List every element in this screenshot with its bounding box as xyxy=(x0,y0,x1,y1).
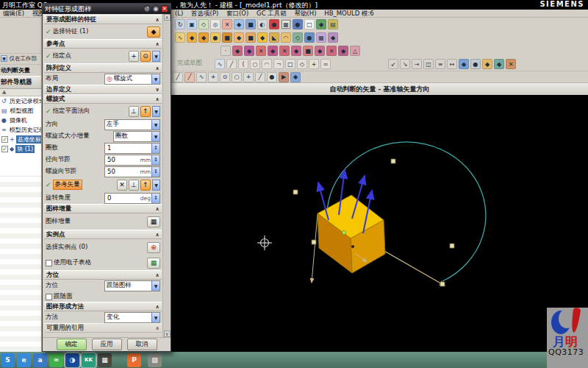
pattern-feature-icon[interactable]: ▦ xyxy=(281,19,291,29)
trim-icon[interactable]: ↙ xyxy=(388,59,398,69)
gold-tool-icon[interactable]: ◆ xyxy=(482,59,492,69)
vector-dialog-button[interactable]: ↑ xyxy=(140,106,151,117)
collapse-chevron-icon[interactable]: ∧ xyxy=(155,17,159,23)
section-reference-point[interactable]: 参考点∧ xyxy=(44,39,162,49)
point-constructor-button[interactable]: + xyxy=(129,51,139,62)
hole-icon[interactable]: ● xyxy=(210,32,220,43)
sphere-icon[interactable]: ● xyxy=(304,32,315,43)
curve-snap-icon[interactable]: ∿ xyxy=(196,72,207,82)
360-browser-icon[interactable]: ≈ xyxy=(49,353,63,367)
section-orientation[interactable]: 方位∧ xyxy=(44,270,162,280)
size-increment-dropdown[interactable]: 圈数 ▼ xyxy=(113,131,160,142)
shell-icon[interactable]: ◇ xyxy=(293,32,303,43)
section-boundary-definition[interactable]: 边界定义∨ xyxy=(44,85,162,94)
collapse-chevron-icon[interactable]: ∧ xyxy=(155,232,159,238)
reset-icon[interactable]: ↺ xyxy=(143,5,151,13)
finish-icon[interactable]: ✕ xyxy=(506,59,516,69)
section-spiral[interactable]: 螺旋式∧ xyxy=(44,94,162,104)
cube-view-icon[interactable]: ■ xyxy=(245,19,256,29)
chevron-down-icon[interactable]: ▼ xyxy=(152,180,160,191)
internet-explorer-icon[interactable]: e xyxy=(17,353,31,367)
chevron-down-icon[interactable]: ▼ xyxy=(152,51,160,62)
mirror-icon[interactable]: ◫ xyxy=(423,59,434,69)
line-icon[interactable]: ╱ xyxy=(226,59,237,69)
line-snap-icon[interactable]: ╱ xyxy=(173,72,183,82)
orientation-dropdown[interactable]: 跟随图样 ▼ xyxy=(104,280,160,291)
sketch-icon[interactable]: ∿ xyxy=(175,32,185,43)
3d-viewport[interactable] xyxy=(171,95,588,352)
tree-item[interactable]: ↺历史记录模式 xyxy=(0,96,41,106)
vector-dialog-button[interactable]: ↑ xyxy=(140,180,151,191)
window-icon[interactable]: ▤ xyxy=(328,19,338,29)
point-icon[interactable]: + xyxy=(309,59,319,69)
scroll-down-icon[interactable]: ∨ xyxy=(164,330,171,337)
powerpoint-icon[interactable]: P xyxy=(127,353,141,367)
slash-snap-icon[interactable]: ╱ xyxy=(255,72,265,82)
scroll-up-icon[interactable]: ∧ xyxy=(164,14,171,21)
circle-icon[interactable]: ○ xyxy=(250,59,260,69)
method-dropdown[interactable]: 变化 ▼ xyxy=(104,312,160,323)
follow-face-checkbox[interactable] xyxy=(46,294,52,300)
polygon-icon[interactable]: ◇ xyxy=(297,59,307,69)
section-features-to-pattern[interactable]: 要形成图样的特征∧ xyxy=(44,15,162,24)
point-snap-icon[interactable]: + xyxy=(208,72,218,82)
checkbox-icon[interactable]: ✓ xyxy=(1,136,8,143)
collapse-chevron-icon[interactable]: ∧ xyxy=(155,41,159,47)
close-icon[interactable]: ✕ xyxy=(161,5,168,13)
section-icon[interactable]: ◆ xyxy=(316,19,326,29)
point-dialog-button[interactable]: ⊙ xyxy=(140,51,151,62)
resize-face-icon[interactable]: ✕ xyxy=(279,46,290,56)
cancel-button[interactable]: 取消 xyxy=(127,339,157,350)
fit-view-icon[interactable]: ▣ xyxy=(187,19,197,29)
chevron-down-icon[interactable]: ▼ xyxy=(1,55,7,62)
cloud-icon[interactable]: ≈ xyxy=(320,59,331,69)
spinner-icon[interactable]: ↕ xyxy=(151,144,159,153)
circle-snap-icon[interactable]: ○ xyxy=(232,72,242,82)
half-shade-icon[interactable]: ◐ xyxy=(257,19,268,29)
blue-tool-icon[interactable]: ◆ xyxy=(459,59,469,69)
rectangle-icon[interactable]: □ xyxy=(285,59,295,69)
spreadsheet-button[interactable]: ▦ xyxy=(147,258,160,269)
cloud-app-icon[interactable]: a xyxy=(33,353,47,367)
vector-constructor-button[interactable]: ⊥ xyxy=(129,106,139,117)
extend-icon[interactable]: ↘ xyxy=(400,59,410,69)
pocket-icon[interactable]: ■ xyxy=(245,32,256,43)
dialog-scrollbar[interactable]: ∧ ∨ xyxy=(162,14,171,337)
checkbox-icon[interactable]: ✓ xyxy=(1,146,8,152)
quadrant-snap-icon[interactable]: ● xyxy=(267,72,277,82)
collapse-chevron-icon[interactable]: ∧ xyxy=(155,66,159,71)
section-pattern-increment[interactable]: 图样增量∧ xyxy=(44,204,162,213)
offset-icon[interactable]: ≡ xyxy=(435,59,445,69)
intersect-snap-icon[interactable]: + xyxy=(243,72,254,82)
move-face-icon[interactable]: ◆ xyxy=(232,46,243,56)
section-instance-points[interactable]: 实例点∧ xyxy=(44,230,162,239)
pad-icon[interactable]: ◆ xyxy=(257,32,268,43)
tree-item[interactable]: ≡模型历史记录 xyxy=(0,125,41,135)
shaded-view-icon[interactable]: ◆ xyxy=(234,19,244,29)
arrow-snap-icon[interactable]: ▶ xyxy=(279,72,289,82)
line2-snap-icon[interactable]: ╱ xyxy=(184,72,195,82)
collapse-chevron-icon[interactable]: ∧ xyxy=(155,304,159,310)
menu-analysis-partial[interactable]: (L) xyxy=(172,10,186,17)
delete-face-icon[interactable]: ◆ xyxy=(291,46,301,56)
photo-viewer-icon[interactable]: ▧ xyxy=(148,353,162,367)
snapshot-icon[interactable]: □ xyxy=(304,19,315,29)
apply-button[interactable]: 应用 xyxy=(92,339,122,350)
fillet-icon[interactable]: ◠ xyxy=(262,59,272,69)
subtract-icon[interactable]: ◆ xyxy=(328,32,338,43)
replace-face-icon[interactable]: ◆ xyxy=(268,46,278,56)
helical-pitch-field[interactable]: 50 mm ↕ xyxy=(104,166,160,177)
gray-tool-icon[interactable]: ● xyxy=(470,59,481,69)
solid-snap-icon[interactable]: ◆ xyxy=(290,72,301,82)
kk-recorder-icon[interactable]: KK xyxy=(82,353,96,367)
options-icon[interactable]: ◉ xyxy=(152,5,159,13)
layout-dropdown[interactable]: ◎ 螺旋式 ▼ xyxy=(104,74,160,85)
tree-item[interactable]: ▤模型视图 xyxy=(0,106,41,116)
dialog-title-bar[interactable]: 对特征形成图样 ↺ ◉ ✕ xyxy=(43,4,171,14)
navigator-sort-header[interactable]: ▲ xyxy=(0,89,41,96)
section-reusable-references[interactable]: 可重用的引用∧ xyxy=(44,323,162,333)
arc-icon[interactable]: ( xyxy=(238,59,248,69)
rib-icon[interactable]: ■ xyxy=(222,32,232,43)
tree-item[interactable]: ✓+基准坐标系 xyxy=(0,135,41,144)
refresh-icon[interactable]: ↻ xyxy=(175,19,185,29)
